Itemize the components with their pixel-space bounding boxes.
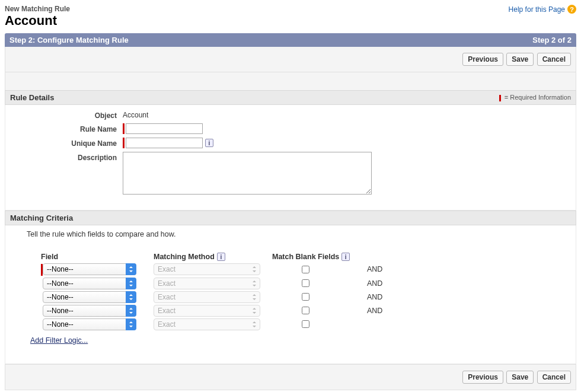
criteria-instruction: Tell the rule which fields to compare an… — [5, 225, 576, 253]
step-progress: Step 2 of 2 — [532, 36, 572, 44]
save-button[interactable]: Save — [506, 53, 534, 66]
col-header-method-text: Matching Method — [154, 253, 215, 261]
operator-label: AND — [367, 279, 382, 288]
matching-criteria-title: Matching Criteria — [10, 213, 73, 222]
unique-name-label: Unique Name — [10, 138, 123, 148]
required-legend-text: = Required Information — [505, 94, 571, 101]
required-marker-icon — [123, 138, 124, 148]
col-header-field: Field — [41, 253, 154, 261]
field-select[interactable]: --None-- — [43, 278, 136, 289]
unique-name-input[interactable] — [126, 138, 203, 148]
field-select[interactable]: --None-- — [43, 263, 136, 275]
button-row-top: Previous Save Cancel — [5, 47, 576, 72]
matching-method-select[interactable]: Exact — [154, 291, 260, 303]
match-blank-checkbox[interactable] — [302, 279, 309, 287]
save-button[interactable]: Save — [506, 371, 534, 384]
step-bar: Step 2: Configure Matching Rule Step 2 o… — [5, 33, 576, 47]
operator-label: AND — [367, 265, 382, 273]
previous-button[interactable]: Previous — [462, 53, 503, 66]
rule-details-form: Object Account Rule Name Unique Name i D… — [5, 105, 576, 211]
rule-name-input[interactable] — [126, 123, 203, 134]
matching-method-select[interactable]: Exact — [154, 318, 260, 330]
rule-details-header: Rule Details = Required Information — [5, 90, 576, 105]
previous-button[interactable]: Previous — [462, 371, 503, 384]
info-icon[interactable]: i — [217, 253, 225, 261]
match-blank-checkbox[interactable] — [302, 307, 309, 314]
cancel-button[interactable]: Cancel — [537, 53, 571, 66]
matching-criteria-header: Matching Criteria — [5, 211, 576, 225]
breadcrumb: New Matching Rule — [5, 5, 576, 13]
info-icon[interactable]: i — [205, 139, 213, 147]
field-select[interactable]: --None-- — [43, 318, 136, 330]
help-link-label: Help for this Page — [509, 5, 565, 14]
criteria-row: --None-- Exact AND — [41, 278, 552, 289]
operator-label: AND — [367, 307, 382, 315]
match-blank-checkbox[interactable] — [302, 293, 309, 301]
cancel-button[interactable]: Cancel — [537, 371, 571, 384]
col-header-method: Matching Method i — [154, 253, 272, 261]
matching-criteria-body: Tell the rule which fields to compare an… — [5, 225, 576, 364]
matching-method-select[interactable]: Exact — [154, 263, 260, 275]
rule-name-label: Rule Name — [10, 123, 123, 133]
rule-details-title: Rule Details — [10, 93, 54, 102]
col-header-blank-text: Match Blank Fields — [272, 253, 339, 261]
object-value: Account — [123, 110, 148, 119]
info-icon[interactable]: i — [341, 253, 350, 261]
description-label: Description — [10, 152, 123, 162]
criteria-row: --None-- Exact — [41, 318, 552, 330]
criteria-row: --None-- Exact AND — [41, 305, 552, 317]
required-marker-icon — [123, 123, 124, 134]
match-blank-checkbox[interactable] — [302, 266, 309, 273]
field-select[interactable]: --None-- — [43, 305, 136, 317]
field-select[interactable]: --None-- — [43, 291, 136, 303]
operator-label: AND — [367, 293, 382, 301]
step-title: Step 2: Configure Matching Rule — [9, 36, 129, 44]
col-header-blank: Match Blank Fields i — [272, 253, 367, 261]
help-for-page-link[interactable]: Help for this Page ? — [509, 5, 576, 14]
page-title: Account — [5, 13, 576, 28]
criteria-row: --None-- Exact AND — [41, 291, 552, 303]
matching-method-select[interactable]: Exact — [154, 305, 260, 317]
help-icon: ? — [567, 5, 576, 14]
matching-method-select[interactable]: Exact — [154, 278, 260, 289]
match-blank-checkbox[interactable] — [302, 320, 309, 328]
description-textarea[interactable] — [123, 152, 372, 195]
criteria-row: --None-- Exact AND — [41, 263, 552, 276]
add-filter-logic-link[interactable]: Add Filter Logic... — [30, 336, 88, 345]
required-marker-icon — [499, 95, 501, 101]
button-row-bottom: Previous Save Cancel — [5, 364, 576, 390]
required-legend: = Required Information — [499, 94, 571, 101]
object-label: Object — [10, 110, 123, 120]
